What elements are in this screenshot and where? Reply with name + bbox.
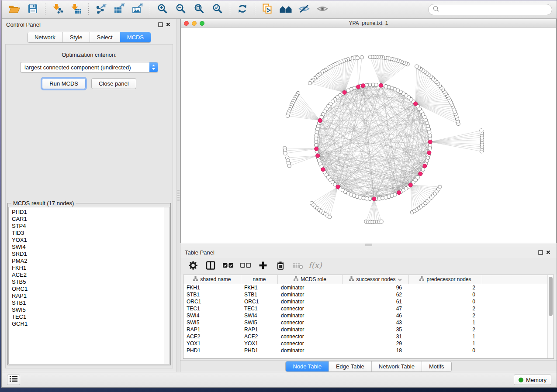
table-row[interactable]: ORC1ORC1dominator610	[183, 298, 547, 305]
tab-motifs[interactable]: Motifs	[422, 361, 451, 371]
table-cell: STB1	[241, 292, 278, 298]
table-row[interactable]: SWI4SWI4dominator462	[183, 312, 547, 319]
table-row[interactable]: ACE2ACE2connector311	[183, 333, 547, 340]
zoom-fit-button[interactable]	[191, 3, 208, 17]
mcds-result-item[interactable]: STB5	[12, 279, 164, 285]
table-row[interactable]: TEC1TEC1connector472	[183, 305, 547, 312]
mcds-result-item[interactable]: YOX1	[12, 237, 164, 244]
table-cell: PHD1	[241, 347, 278, 354]
column-attr-icon	[193, 276, 198, 282]
refresh-button[interactable]	[234, 3, 251, 17]
select-all-button[interactable]	[221, 260, 235, 273]
toggle-columns-button[interactable]	[203, 260, 218, 273]
show-all-button[interactable]	[314, 3, 331, 17]
tab-select[interactable]: Select	[90, 32, 120, 42]
export-network-button[interactable]	[93, 3, 109, 17]
search-box[interactable]	[428, 4, 552, 15]
vertical-splitter[interactable]	[176, 19, 180, 372]
import-network-button[interactable]	[49, 3, 66, 17]
vertical-splitter-grip[interactable]	[177, 190, 180, 201]
column-header-name[interactable]: name	[241, 275, 278, 284]
control-panel-header: Control Panel	[2, 19, 176, 30]
delete-table-button	[291, 260, 305, 273]
mcds-result-item[interactable]: FKH1	[12, 265, 164, 272]
tab-network-table[interactable]: Network Table	[372, 361, 422, 371]
network-canvas[interactable]	[181, 28, 556, 243]
toggle-columns-icon	[206, 261, 215, 272]
optimization-criterion-label: Optimization criterion:	[6, 52, 173, 58]
task-history-button[interactable]	[7, 375, 20, 385]
column-attr-icon	[419, 276, 424, 282]
table-row[interactable]: YOX1YOX1connector291	[183, 340, 547, 347]
first-neighbors-button[interactable]	[277, 3, 294, 17]
table-cell: SWI5	[183, 320, 241, 326]
deselect-all-button[interactable]	[238, 260, 253, 273]
network-window-title: YPA_prune.txt_1	[181, 20, 556, 26]
criterion-value: largest connected component (undirected)	[21, 64, 149, 71]
tab-node-table[interactable]: Node Table	[286, 361, 329, 371]
close-table-panel-icon[interactable]	[544, 249, 552, 256]
tab-edge-table[interactable]: Edge Table	[329, 361, 372, 371]
table-panel-header: Table Panel	[180, 247, 557, 258]
table-scrollbar-thumb[interactable]	[549, 277, 553, 316]
column-header-MCDS-role[interactable]: MCDS role	[278, 275, 343, 284]
column-header-predecessor-nodes[interactable]: predecessor nodes	[409, 275, 482, 284]
import-table-button[interactable]	[68, 3, 84, 17]
run-mcds-button[interactable]: Run MCDS	[42, 78, 86, 89]
table-settings-button[interactable]	[186, 260, 201, 273]
mcds-result-item[interactable]: GCR1	[12, 320, 164, 327]
float-table-panel-icon[interactable]	[536, 249, 544, 256]
memory-button[interactable]: Memory	[514, 375, 551, 385]
search-input[interactable]	[442, 6, 547, 13]
close-panel-icon[interactable]	[164, 21, 172, 28]
mcds-result-item[interactable]: SWI5	[12, 306, 164, 313]
mcds-list-scrollbar[interactable]	[164, 207, 170, 364]
column-header-successor-nodes[interactable]: successor nodes	[343, 275, 409, 284]
table-row[interactable]: FKH1FKH1dominator962	[183, 284, 547, 291]
export-image-button[interactable]	[129, 3, 146, 17]
tab-style[interactable]: Style	[63, 32, 90, 42]
float-panel-icon[interactable]	[156, 21, 164, 28]
table-row[interactable]: STB1STB1dominator620	[183, 291, 547, 298]
memory-label: Memory	[526, 377, 547, 383]
mcds-result-item[interactable]: PMA2	[12, 258, 164, 265]
mcds-result-item[interactable]: ORC1	[12, 285, 164, 292]
zoom-out-button[interactable]	[173, 3, 189, 17]
open-session-button[interactable]	[6, 3, 23, 17]
mcds-result-item[interactable]: STB1	[12, 299, 164, 306]
table-row[interactable]: RAP1RAP1dominator352	[183, 326, 547, 333]
add-row-button[interactable]	[256, 260, 270, 273]
save-session-button[interactable]	[24, 3, 41, 17]
mcds-result-item[interactable]: PHD1	[12, 209, 164, 216]
table-cell: FKH1	[241, 285, 278, 291]
mcds-result-item[interactable]: ACE2	[12, 272, 164, 279]
mcds-result-item[interactable]: SWI4	[12, 244, 164, 251]
mcds-result-item[interactable]: STP4	[12, 223, 164, 230]
table-cell: STB1	[183, 292, 241, 298]
table-row[interactable]: SWI5SWI5connector431	[183, 319, 547, 326]
new-network-from-selection-button[interactable]	[259, 3, 276, 17]
table-row[interactable]: PHD1PHD1dominator180	[183, 347, 547, 354]
hide-selected-button[interactable]	[296, 3, 312, 17]
tab-mcds[interactable]: MCDS	[120, 32, 151, 42]
column-attr-icon	[349, 276, 354, 282]
tab-network[interactable]: Network	[28, 32, 63, 42]
table-cell: 18	[343, 347, 409, 354]
zoom-selected-button[interactable]	[209, 3, 226, 17]
mcds-result-item[interactable]: TID3	[12, 230, 164, 237]
close-panel-button[interactable]: Close panel	[91, 78, 136, 89]
horizontal-splitter[interactable]	[180, 243, 557, 247]
zoom-in-button[interactable]	[154, 3, 171, 17]
mcds-result-item[interactable]: RAP1	[12, 292, 164, 299]
mcds-result-item[interactable]: TEC1	[12, 313, 164, 320]
zoom-in-icon	[157, 3, 168, 16]
memory-status-icon	[519, 378, 523, 382]
mcds-result-item[interactable]: CAR1	[12, 216, 164, 223]
export-table-button[interactable]	[111, 3, 128, 17]
column-header-shared-name[interactable]: shared name	[183, 275, 241, 284]
delete-row-button[interactable]	[273, 260, 288, 273]
optimization-criterion-select[interactable]: largest connected component (undirected)	[20, 62, 158, 72]
mcds-result-item[interactable]: SRD1	[12, 251, 164, 258]
table-scrollbar[interactable]	[547, 275, 554, 358]
horizontal-splitter-grip[interactable]	[365, 244, 372, 246]
